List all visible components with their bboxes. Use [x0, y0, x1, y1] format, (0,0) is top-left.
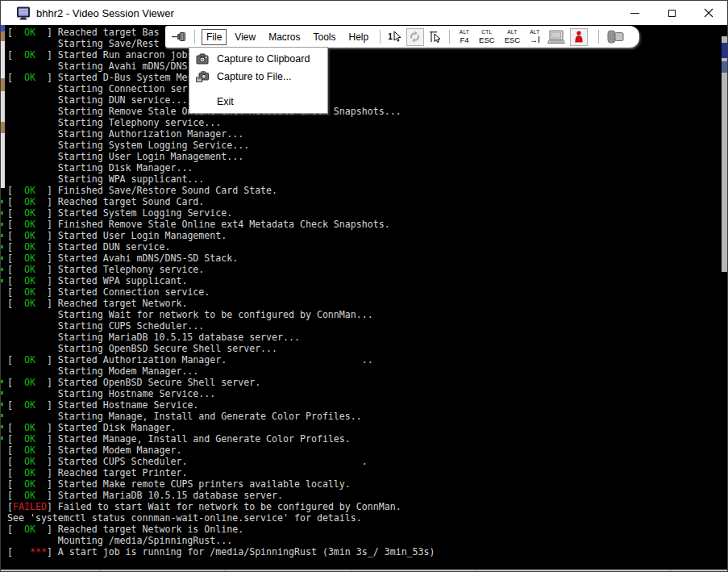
alt-f4-button[interactable]: ALT F4	[457, 28, 472, 46]
video-artifact-right	[722, 36, 727, 272]
app-icon	[16, 6, 31, 20]
ctl-esc-button[interactable]: CTL ESC	[476, 28, 497, 46]
align-cursor-icon	[429, 31, 442, 43]
console-line: Starting Wait for network to be configur…	[7, 309, 435, 320]
video-artifact-green-2	[1, 380, 3, 441]
console-line: [ OK ] Started OpenBSD Secure Shell serv…	[7, 377, 435, 388]
session-user-indicator	[570, 28, 588, 46]
menu-tools[interactable]: Tools	[308, 29, 340, 45]
menu-macros[interactable]: Macros	[264, 29, 305, 45]
monitor-keyboard-icon	[547, 30, 565, 44]
refresh-icon	[409, 31, 421, 43]
menu-item-label: Exit	[217, 96, 234, 107]
single-cursor-label: 1	[388, 32, 393, 41]
console-line: Starting User Login Management...	[7, 151, 435, 162]
video-artifact-left	[1, 25, 5, 188]
tab-bar-glyph	[539, 36, 540, 43]
video-keyboard-button[interactable]	[547, 28, 565, 46]
align-cursor-button[interactable]	[429, 28, 442, 46]
alt-tab-button[interactable]: ALT →	[527, 28, 542, 46]
pin-icon[interactable]	[172, 28, 187, 46]
camera-icon	[196, 53, 217, 65]
console-line: Starting System Logging Service...	[7, 140, 435, 151]
menu-view[interactable]: View	[230, 29, 260, 45]
toolbar-separator	[598, 30, 599, 44]
console-line: [ OK ] Started Authorization Manager. ..	[7, 354, 435, 365]
console-line: Starting Authorization Manager...	[7, 128, 435, 140]
media-plug-icon	[606, 30, 626, 44]
console-line: [ OK ] Started Telephony service.	[7, 264, 435, 275]
menu-item-label: Capture to File...	[217, 71, 291, 82]
maximize-icon	[668, 10, 676, 17]
console-line: [ OK ] Started Modem Manager.	[7, 445, 435, 456]
menu-separator	[191, 89, 326, 90]
toolbar: File View Macros Tools Help 1	[165, 26, 639, 48]
video-artifact-green-1	[1, 200, 3, 284]
console-line: [FAILED] Failed to start Wait for networ…	[7, 501, 435, 512]
console-line: Starting Manage, Install and Generate Co…	[7, 411, 435, 422]
single-cursor-button[interactable]: 1	[388, 28, 401, 46]
toolbar-separator	[380, 30, 381, 44]
console-line: [ OK ] Started WPA supplicant.	[7, 275, 435, 286]
console-line: [ OK ] Started System Logging Service.	[7, 207, 435, 219]
refresh-button[interactable]	[406, 28, 424, 46]
console-line: [ OK ] Finished Remove Stale Online ext4…	[7, 219, 435, 230]
window-title: bhhr2 - Video Session Viewer	[36, 7, 174, 19]
console-line: Mounting /media/SpinningRust...	[7, 535, 435, 546]
console-video-area[interactable]: [ OK ] Reached target Bas Starting Save/…	[1, 25, 727, 572]
console-line: Starting CUPS Scheduler...	[7, 320, 435, 332]
close-button[interactable]	[690, 1, 727, 25]
console-line: [ OK ] Started Manage, Install and Gener…	[7, 433, 435, 445]
console-line: [ OK ] Started User Login Management.	[7, 230, 435, 241]
minimize-icon	[630, 13, 639, 14]
console-line: [ OK ] Started Connection service.	[7, 286, 435, 298]
console-line: [ OK ] Started MariaDB 10.5.15 database …	[7, 490, 435, 501]
console-line: [ OK ] Started DUN service.	[7, 241, 435, 253]
console-line: Starting Telephony service...	[7, 117, 435, 128]
menu-item-capture-file[interactable]: Capture to File...	[189, 68, 327, 86]
title-bar[interactable]: bhhr2 - Video Session Viewer	[1, 1, 727, 25]
toolbar-separator	[194, 30, 195, 44]
virtual-media-button[interactable]	[606, 28, 626, 46]
console-line: Starting Disk Manager...	[7, 162, 435, 173]
file-menu: Capture to Clipboard Capture to File... …	[189, 47, 328, 114]
toolbar-separator	[449, 30, 450, 44]
maximize-button[interactable]	[653, 1, 690, 25]
console-line: See 'systemctl status connman-wait-onlin…	[7, 512, 435, 524]
menu-file[interactable]: File	[202, 29, 227, 45]
console-line: [ OK ] Reached target Sound Card.	[7, 196, 435, 207]
menu-item-label: Capture to Clipboard	[217, 53, 310, 65]
console-line: [ OK ] Reached target Network is Online.	[7, 524, 435, 535]
camera-save-icon	[196, 71, 217, 82]
console-line: [ OK ] Started Disk Manager.	[7, 422, 435, 433]
video-session-viewer-window: bhhr2 - Video Session Viewer [ OK ] Reac…	[0, 0, 728, 572]
alt-esc-button[interactable]: ALT ESC	[502, 28, 523, 46]
console-line: Starting OpenBSD Secure Shell server...	[7, 343, 435, 354]
console-line: Starting Hostname Service...	[7, 388, 435, 399]
console-line: Starting Modem Manager...	[7, 365, 435, 377]
console-line: [ OK ] Reached target Printer.	[7, 467, 435, 478]
minimize-button[interactable]	[616, 1, 653, 25]
menu-item-capture-clipboard[interactable]: Capture to Clipboard	[189, 50, 327, 68]
console-line: Starting MariaDB 10.5.15 database server…	[7, 332, 435, 343]
cursor-icon	[393, 31, 401, 42]
console-line: [ OK ] Started Make remote CUPS printers…	[7, 478, 435, 490]
console-line: [ ***] A start job is running for /media…	[7, 546, 435, 557]
console-line: [ OK ] Started Avahi mDNS/DNS-SD Stack.	[7, 253, 435, 264]
console-line: [ OK ] Started Hostname Service.	[7, 399, 435, 411]
console-line: Starting WPA supplicant...	[7, 173, 435, 185]
menu-help[interactable]: Help	[344, 29, 374, 45]
console-line: [ OK ] Started CUPS Scheduler. .	[7, 456, 435, 467]
console-line: [ OK ] Reached target Network.	[7, 298, 435, 309]
console-line: [ OK ] Finished Save/Restore Sound Card …	[7, 185, 435, 196]
user-icon	[574, 31, 584, 43]
menu-item-exit[interactable]: Exit	[189, 93, 327, 111]
close-icon	[704, 8, 713, 18]
